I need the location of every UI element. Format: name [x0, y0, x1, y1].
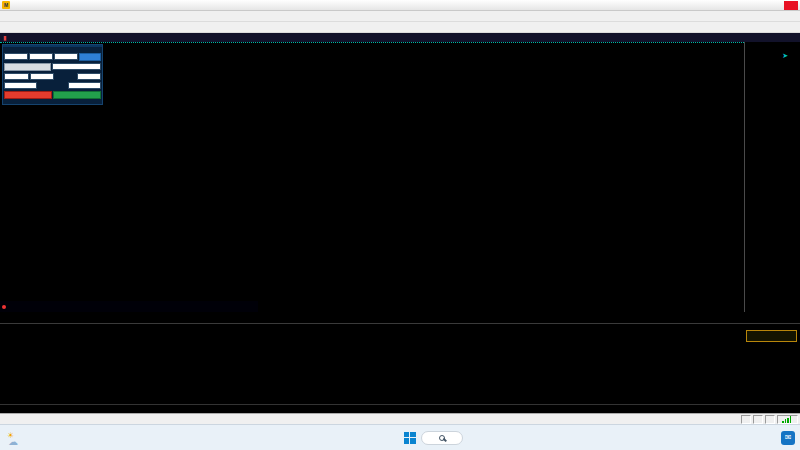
sl-tp-row — [3, 81, 102, 90]
chart-area[interactable] — [0, 42, 744, 312]
mod-label — [38, 82, 67, 89]
taskbar-icons — [100, 431, 771, 445]
metatrader-window: M ▮ — [0, 0, 800, 450]
takeprofit-field[interactable] — [68, 82, 101, 89]
time-axis[interactable] — [0, 404, 800, 413]
weather-icon: ☀☁ — [6, 431, 20, 445]
sl-percent-field[interactable] — [29, 53, 53, 60]
ohlcv-readout — [765, 415, 775, 424]
comment-button[interactable] — [4, 63, 51, 71]
atp-field[interactable] — [4, 53, 28, 60]
order-management-row — [3, 102, 102, 104]
connection-status — [777, 415, 798, 424]
close-button[interactable] — [784, 1, 798, 10]
sell-button[interactable] — [4, 91, 52, 99]
notifications-icon[interactable]: ✉ — [781, 431, 795, 445]
risk-fields-row — [3, 52, 102, 62]
taskbar: ☀☁ ✉ — [0, 424, 800, 450]
trade-assistant-panel[interactable] — [2, 44, 103, 105]
news-alert-icon — [2, 305, 6, 309]
chart-symbol-icon: ▮ — [3, 35, 6, 41]
title-bar: M — [0, 0, 800, 11]
minimize-button[interactable] — [754, 1, 768, 10]
menu-bar — [0, 11, 800, 22]
indicator-current-value — [749, 332, 794, 340]
entry-value-field[interactable] — [77, 73, 102, 80]
lines-button[interactable] — [79, 53, 101, 61]
profile-selector[interactable] — [741, 415, 751, 424]
buy-button[interactable] — [53, 91, 101, 99]
chart-window-bar[interactable]: ▮ — [0, 33, 800, 42]
price-scale[interactable] — [744, 42, 800, 312]
indicator-current-box — [746, 330, 797, 342]
entry-row — [3, 72, 102, 81]
maximize-button[interactable] — [769, 1, 783, 10]
entry-label — [55, 73, 76, 80]
status-bar — [0, 413, 800, 424]
comment-input[interactable] — [52, 63, 101, 70]
news-header — [2, 302, 256, 311]
start-button[interactable] — [404, 432, 416, 444]
toolbar-row2 — [0, 22, 800, 33]
current-price-line — [0, 42, 744, 43]
forex-news-panel — [0, 301, 258, 312]
trade-buttons-row — [3, 90, 102, 100]
risk-percent-field[interactable] — [54, 53, 78, 60]
risk-value-field[interactable] — [30, 73, 55, 80]
stoploss-field[interactable] — [4, 82, 37, 89]
lot-size-field[interactable] — [4, 73, 29, 80]
account-summary-row — [0, 312, 744, 323]
system-tray: ✉ — [771, 431, 800, 445]
indicator-panel[interactable] — [0, 323, 800, 404]
metatrader-app-icon: M — [2, 1, 10, 9]
connection-bars-icon — [782, 416, 791, 423]
comment-row — [3, 62, 102, 72]
search-button[interactable] — [421, 431, 463, 445]
chart-timestamp — [753, 415, 763, 424]
weather-widget[interactable]: ☀☁ — [0, 429, 100, 447]
assistant-arrow-icon[interactable]: ➤ — [782, 52, 788, 60]
search-icon — [439, 435, 445, 441]
